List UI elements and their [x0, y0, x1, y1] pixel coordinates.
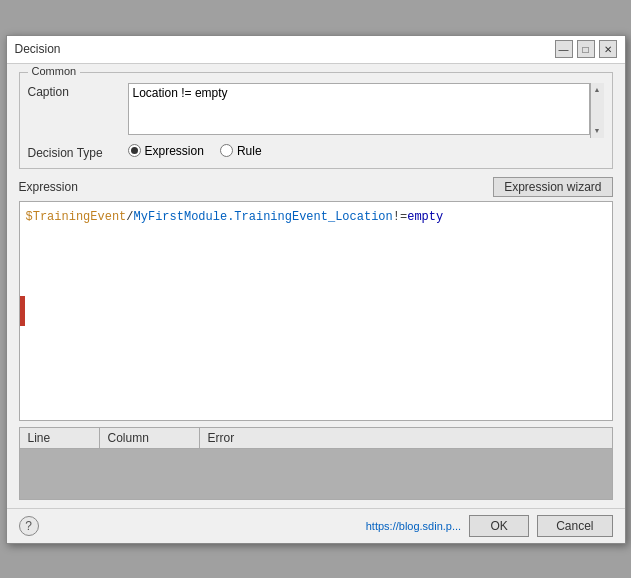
caption-input[interactable]: [128, 83, 590, 135]
radio-group: Expression Rule: [128, 144, 262, 158]
common-group: Common Caption ▲ ▼ Decision Type: [19, 72, 613, 169]
expression-code: $TrainingEvent/MyFirstModule.TrainingEve…: [26, 208, 606, 226]
col-column: Column: [100, 428, 200, 448]
radio-expression-circle[interactable]: [128, 144, 141, 157]
radio-rule[interactable]: Rule: [220, 144, 262, 158]
footer-right: https://blog.sdin.p... OK Cancel: [366, 515, 613, 537]
title-controls: — □ ✕: [555, 40, 617, 58]
expr-part1: $TrainingEvent: [26, 208, 127, 226]
dialog-window: Decision — □ ✕ Common Caption ▲ ▼: [6, 35, 626, 544]
footer: ? https://blog.sdin.p... OK Cancel: [7, 508, 625, 543]
caption-scrollbar[interactable]: ▲ ▼: [590, 83, 604, 138]
footer-link[interactable]: https://blog.sdin.p...: [366, 520, 461, 532]
col-line: Line: [20, 428, 100, 448]
expression-wizard-button[interactable]: Expression wizard: [493, 177, 612, 197]
expression-header: Expression Expression wizard: [19, 177, 613, 197]
caption-row: Caption ▲ ▼: [28, 83, 604, 138]
scroll-down-arrow[interactable]: ▼: [590, 124, 604, 138]
expr-operator: !=: [393, 208, 407, 226]
dialog-body: Common Caption ▲ ▼ Decision Type: [7, 64, 625, 508]
errors-section: Line Column Error: [19, 427, 613, 500]
errors-table-header: Line Column Error: [20, 428, 612, 449]
help-icon[interactable]: ?: [19, 516, 39, 536]
left-indicator: [20, 296, 25, 326]
expr-slash: /: [126, 208, 133, 226]
ok-button[interactable]: OK: [469, 515, 529, 537]
caption-label: Caption: [28, 83, 128, 99]
radio-rule-label: Rule: [237, 144, 262, 158]
dialog-title: Decision: [15, 42, 61, 56]
errors-body: [20, 449, 612, 499]
radio-rule-circle[interactable]: [220, 144, 233, 157]
expr-part3: MyFirstModule.TrainingEvent_Location: [134, 208, 393, 226]
decision-type-row: Decision Type Expression Rule: [28, 144, 604, 160]
decision-type-label: Decision Type: [28, 144, 128, 160]
minimize-button[interactable]: —: [555, 40, 573, 58]
cancel-button[interactable]: Cancel: [537, 515, 612, 537]
common-legend: Common: [28, 65, 81, 77]
close-button[interactable]: ✕: [599, 40, 617, 58]
maximize-button[interactable]: □: [577, 40, 595, 58]
expression-editor[interactable]: $TrainingEvent/MyFirstModule.TrainingEve…: [19, 201, 613, 421]
radio-expression-label: Expression: [145, 144, 204, 158]
radio-expression[interactable]: Expression: [128, 144, 204, 158]
help-icon-label: ?: [25, 519, 32, 533]
expression-label: Expression: [19, 180, 78, 194]
scroll-up-arrow[interactable]: ▲: [590, 83, 604, 97]
expr-empty: empty: [407, 208, 443, 226]
title-bar: Decision — □ ✕: [7, 36, 625, 64]
errors-table: Line Column Error: [19, 427, 613, 500]
expression-section: Expression Expression wizard $TrainingEv…: [19, 177, 613, 421]
caption-wrapper: ▲ ▼: [128, 83, 604, 138]
col-error: Error: [200, 428, 612, 448]
